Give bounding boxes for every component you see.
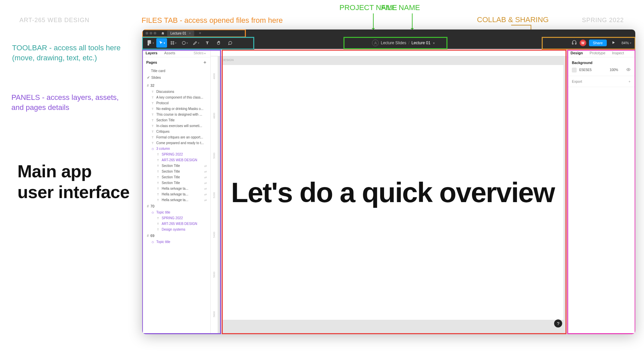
- text-icon: T: [151, 96, 154, 99]
- frame-tool[interactable]: ▾: [168, 38, 178, 48]
- file-tab-label: Lecture 01: [170, 32, 186, 35]
- canvas-frame[interactable]: Let's do a quick overview: [222, 65, 564, 320]
- layer-name: Discussions: [156, 90, 174, 94]
- left-panel-tabs: Layers Assets Slides▴: [142, 49, 210, 57]
- text-tool[interactable]: [202, 38, 213, 48]
- layer-item[interactable]: THella selvage ta...⇄: [142, 191, 210, 197]
- file-tab-active[interactable]: Lecture 01 ×: [167, 31, 194, 36]
- main-menu-button[interactable]: ▾: [145, 38, 156, 48]
- ruler-mark: 5200: [213, 192, 216, 198]
- pages-list: Title card Slides: [142, 67, 210, 81]
- layer-item[interactable]: TSection Title: [142, 117, 210, 123]
- comment-tool[interactable]: [225, 38, 235, 48]
- add-tab-button[interactable]: +: [197, 31, 203, 36]
- frame-header[interactable]: #32: [142, 82, 210, 89]
- component-icon: ◇: [151, 211, 154, 214]
- background-label: Background: [572, 61, 631, 65]
- slide-course-code: ART-265 WEB DESIGN: [19, 17, 90, 24]
- layer-item[interactable]: TNo eating or drinking Masks o...: [142, 106, 210, 112]
- layer-item[interactable]: TDesign systems: [142, 227, 210, 232]
- layer-item[interactable]: TCome prepared and ready to t...: [142, 140, 210, 146]
- arrow-project-name: [373, 13, 374, 29]
- canvas-heading-text: Let's do a quick overview: [231, 176, 554, 209]
- headphones-icon[interactable]: [572, 40, 577, 46]
- tab-prototype[interactable]: Prototype: [586, 49, 609, 57]
- shape-tool[interactable]: ▾: [179, 38, 190, 48]
- layer-item[interactable]: TART-265 WEB DESIGN: [142, 221, 210, 227]
- add-export-button[interactable]: +: [629, 79, 631, 83]
- frame-header[interactable]: #70: [142, 203, 210, 209]
- layer-item[interactable]: THella selvage ta...⇄: [142, 197, 210, 203]
- slides-tab-label: Slides: [194, 51, 204, 55]
- layer-item[interactable]: TART-265 WEB DESIGN: [142, 157, 210, 163]
- layer-name: Topic title: [156, 240, 170, 244]
- window-traffic-lights[interactable]: [144, 32, 156, 35]
- layer-item[interactable]: TSection Title⇄: [142, 180, 210, 186]
- layer-item[interactable]: TThis course is designed with ...: [142, 112, 210, 117]
- frame-name: 32: [151, 83, 155, 87]
- text-icon: T: [151, 136, 154, 139]
- ruler-mark: 4600: [213, 73, 216, 79]
- layer-item[interactable]: TIn-class exercises will someti...: [142, 123, 210, 129]
- layer-item[interactable]: TFormal critques are an opport...: [142, 134, 210, 140]
- variant-icon: ⇄: [204, 187, 207, 190]
- layer-item[interactable]: TA key component of this class...: [142, 95, 210, 100]
- text-icon: T: [151, 107, 154, 111]
- tab-assets[interactable]: Assets: [161, 49, 178, 57]
- variant-icon: ⇄: [204, 193, 207, 196]
- layer-name: Section Title: [162, 170, 180, 173]
- arrow-file-name: [412, 13, 413, 29]
- add-page-button[interactable]: +: [204, 60, 206, 65]
- slide-title: Main app user interface: [17, 161, 129, 203]
- annotation-file-name-text: FILE NAME: [381, 3, 420, 13]
- layer-item[interactable]: ◇Topic title: [142, 239, 210, 245]
- layer-item[interactable]: TSPRING 2022: [142, 152, 210, 157]
- layers-list[interactable]: #32TDiscussionsTA key component of this …: [142, 81, 210, 334]
- text-icon: T: [156, 176, 160, 179]
- text-icon: T: [156, 198, 160, 202]
- help-button[interactable]: ?: [554, 319, 562, 327]
- ruler-mark: 4800: [213, 113, 216, 119]
- user-avatar[interactable]: W: [580, 40, 586, 46]
- frame-icon: #: [147, 204, 149, 208]
- share-button[interactable]: Share: [589, 40, 607, 46]
- layer-name: Hella selvage ta...: [162, 187, 189, 190]
- layer-item[interactable]: ◇Topic title: [142, 209, 210, 215]
- frame-header[interactable]: #69: [142, 232, 210, 239]
- background-swatch[interactable]: [572, 68, 577, 72]
- zoom-dropdown[interactable]: 84% ▾: [620, 41, 633, 45]
- toolbar-title-area[interactable]: Lecture Slides / Lecture 01 ▾: [372, 40, 435, 46]
- home-icon[interactable]: [160, 30, 166, 36]
- move-tool[interactable]: ▾: [156, 38, 167, 48]
- layer-name: Protocol: [156, 101, 169, 105]
- layer-item[interactable]: TDiscussions: [142, 89, 210, 95]
- layer-item[interactable]: TCritiques: [142, 129, 210, 134]
- canvas-area[interactable]: 4600480050005200540056005800 DESIGN Let'…: [211, 49, 567, 334]
- export-label: Export: [572, 79, 582, 83]
- hand-tool[interactable]: [213, 38, 224, 48]
- background-row[interactable]: E5E5E5 100%: [572, 67, 631, 72]
- tab-layers[interactable]: Layers: [142, 49, 161, 57]
- layer-item[interactable]: TSection Title⇄: [142, 163, 210, 169]
- pen-tool[interactable]: ▾: [191, 38, 201, 48]
- visibility-icon[interactable]: [626, 67, 631, 72]
- text-icon: T: [151, 130, 154, 133]
- tab-design[interactable]: Design: [567, 49, 586, 57]
- layer-item[interactable]: TProtocol: [142, 100, 210, 106]
- page-item-title-card[interactable]: Title card: [142, 67, 210, 74]
- layer-item[interactable]: TSection Title⇄: [142, 169, 210, 174]
- present-button[interactable]: [609, 40, 618, 46]
- tab-slides-dropdown[interactable]: Slides▴: [190, 49, 210, 57]
- page-item-slides[interactable]: Slides: [142, 74, 210, 81]
- ruler-mark: 5000: [213, 153, 216, 159]
- layer-item[interactable]: ◇3 column: [142, 146, 210, 152]
- tab-inspect[interactable]: Inspect: [609, 49, 627, 57]
- layer-item[interactable]: TSection Title⇄: [142, 174, 210, 180]
- annotation-left-panel: PANELS - access layers, assets, and page…: [11, 93, 132, 112]
- layer-item[interactable]: TSPRING 2022: [142, 215, 210, 221]
- slide-title-line1: Main app: [17, 161, 129, 182]
- layer-name: 3 column: [156, 147, 170, 150]
- layer-item[interactable]: THella selvage ta...⇄: [142, 186, 210, 191]
- close-icon[interactable]: ×: [189, 32, 191, 35]
- layer-name: SPRING 2022: [162, 153, 183, 156]
